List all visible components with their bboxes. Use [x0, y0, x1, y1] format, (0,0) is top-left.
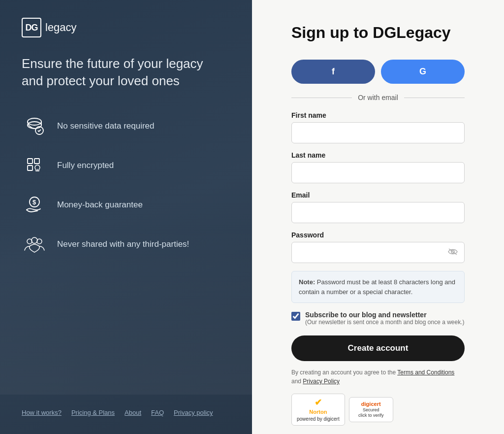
- tagline: Ensure the future of your legacy and pro…: [22, 55, 209, 90]
- digicert-verify: click to verify: [358, 413, 384, 419]
- password-label: Password: [291, 231, 465, 239]
- footer-link-how-it-works[interactable]: How it works?: [22, 409, 62, 416]
- password-wrapper: [291, 242, 465, 263]
- last-name-group: Last name: [291, 151, 465, 183]
- footer-link-privacy-policy[interactable]: Privacy policy: [174, 409, 213, 416]
- feature-no-sensitive-data: No sensitive data required: [22, 113, 230, 139]
- norton-badge: ✔ Norton powered by digicert: [291, 394, 345, 426]
- svg-rect-3: [28, 159, 32, 164]
- password-note: Note: Password must be at least 8 charac…: [291, 271, 465, 303]
- page-title: Sign up to DGLegacy: [291, 24, 465, 42]
- footer-link-about[interactable]: About: [125, 409, 141, 416]
- email-group: Email: [291, 191, 465, 223]
- terms-link[interactable]: Terms and Conditions: [397, 369, 454, 376]
- svg-point-11: [37, 239, 42, 244]
- feature-money-back: $ Money-back guarantee: [22, 192, 230, 218]
- terms-text: By creating an account you agree to the …: [291, 368, 465, 386]
- feature-text-never-shared: Never shared with any third-parties!: [57, 239, 189, 249]
- google-signin-button[interactable]: G: [381, 60, 465, 84]
- logo-text: legacy: [45, 21, 77, 34]
- password-note-bold: Note:: [299, 278, 315, 286]
- last-name-input[interactable]: [291, 162, 465, 183]
- svg-rect-5: [28, 166, 32, 170]
- svg-point-10: [32, 237, 37, 243]
- digicert-name: digicert: [358, 401, 384, 407]
- feature-never-shared: Never shared with any third-parties!: [22, 232, 230, 257]
- logo-area: DG legacy: [22, 18, 230, 37]
- trust-badges: ✔ Norton powered by digicert digicert Se…: [291, 394, 465, 426]
- subscribe-checkbox[interactable]: [291, 312, 300, 321]
- first-name-label: First name: [291, 111, 465, 119]
- password-note-text: Password must be at least 8 characters l…: [299, 278, 455, 296]
- create-account-button[interactable]: Create account: [291, 335, 465, 361]
- feature-fully-encrypted: Fully encrypted: [22, 153, 230, 178]
- logo-box: DG: [22, 18, 41, 37]
- logo-letters: DG: [26, 23, 38, 33]
- terms-prefix: By creating an account you agree to the: [291, 369, 397, 376]
- or-divider: Or with email: [291, 94, 465, 101]
- google-icon: G: [419, 67, 426, 77]
- eye-toggle-icon[interactable]: [448, 248, 458, 257]
- subscribe-row: Subscribe to our blog and newsletter (Ou…: [291, 311, 465, 326]
- digicert-badge: digicert Secured click to verify: [349, 397, 393, 423]
- footer-link-pricing-plans[interactable]: Pricing & Plans: [71, 409, 115, 416]
- social-buttons: f G: [291, 60, 465, 84]
- norton-sub: powered by digicert: [297, 416, 340, 422]
- database-shield-icon: [22, 113, 47, 139]
- subscribe-labels: Subscribe to our blog and newsletter (Ou…: [305, 311, 465, 326]
- subscribe-label: Subscribe to our blog and newsletter: [305, 311, 465, 319]
- feature-text-no-sensitive-data: No sensitive data required: [57, 121, 155, 131]
- email-input[interactable]: [291, 202, 465, 223]
- features-list: No sensitive data required Fully encrypt…: [22, 113, 230, 399]
- feature-text-money-back: Money-back guarantee: [57, 200, 143, 210]
- password-group: Password: [291, 231, 465, 263]
- facebook-icon: f: [332, 67, 335, 77]
- last-name-label: Last name: [291, 151, 465, 159]
- group-shield-icon: [22, 232, 47, 257]
- terms-and: and: [291, 378, 303, 385]
- norton-name: Norton: [297, 408, 340, 415]
- password-input[interactable]: [291, 242, 465, 263]
- footer-link-faq[interactable]: FAQ: [151, 409, 164, 416]
- facebook-signin-button[interactable]: f: [291, 60, 375, 84]
- privacy-link[interactable]: Privacy Policy: [303, 378, 340, 385]
- or-email-text: Or with email: [358, 94, 398, 101]
- left-panel: DG legacy Ensure the future of your lega…: [0, 0, 252, 434]
- feature-text-fully-encrypted: Fully encrypted: [57, 161, 114, 170]
- svg-rect-4: [34, 159, 39, 164]
- money-hand-icon: $: [22, 192, 47, 218]
- digicert-secured: Secured: [358, 407, 384, 413]
- lock-grid-icon: [22, 153, 47, 178]
- svg-text:$: $: [32, 199, 36, 206]
- email-label: Email: [291, 191, 465, 199]
- right-panel: Sign up to DGLegacy f G Or with email Fi…: [252, 0, 504, 434]
- first-name-group: First name: [291, 111, 465, 143]
- subscribe-label-text: Subscribe to our blog and newsletter: [305, 311, 427, 319]
- footer-links: How it works? Pricing & Plans About FAQ …: [22, 399, 230, 416]
- subscribe-sublabel: (Our newsletter is sent once a month and…: [305, 319, 465, 326]
- first-name-input[interactable]: [291, 122, 465, 143]
